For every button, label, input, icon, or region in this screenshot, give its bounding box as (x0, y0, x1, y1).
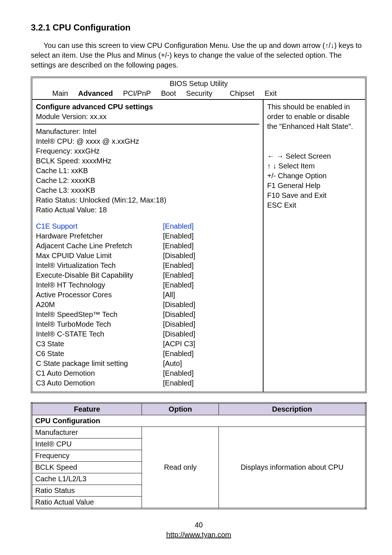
setting-value: [Enabled] (163, 368, 194, 378)
sysinfo-line: BCLK Speed: xxxxMHz (36, 156, 259, 166)
setting-row[interactable]: Execute-Disable Bit Capability[Enabled] (36, 270, 259, 280)
menu-boot[interactable]: Boot (161, 89, 176, 98)
setting-value: [Enabled] (163, 280, 194, 290)
table-cell-feature: Manufacturer (32, 427, 142, 438)
footer-link[interactable]: http://www.tyan.com (166, 531, 231, 539)
setting-label: Hardware Prefetcher (36, 231, 163, 241)
sysinfo-line: Ratio Status: Unlocked (Min:12, Max:18) (36, 195, 259, 205)
setting-label: C3 State (36, 339, 163, 349)
setting-value: [Enabled] (163, 349, 194, 359)
bios-menu-row: Main Advanced PCI/PnP Boot Security Chip… (32, 89, 365, 99)
setting-row[interactable]: Hardware Prefetcher[Enabled] (36, 231, 259, 241)
setting-value: [All] (163, 290, 175, 300)
intro-paragraph: You can use this screen to view CPU Conf… (31, 41, 367, 70)
menu-main[interactable]: Main (52, 89, 68, 98)
setting-value: [Disabled] (163, 310, 195, 319)
setting-row[interactable]: Intel® HT Technology[Enabled] (36, 280, 259, 290)
setting-row[interactable]: C State package limit setting[Auto] (36, 359, 259, 368)
menu-security[interactable]: Security (186, 89, 212, 98)
sysinfo-line: Manufacturer: Intel (36, 127, 259, 136)
setting-row[interactable]: Active Processor Cores[All] (36, 290, 259, 300)
sysinfo-line: Intel® CPU: @ xxxx @ x.xxGHz (36, 136, 259, 146)
nav-line: F10 Save and Exit (267, 191, 362, 200)
sysinfo-line: Cache L2: xxxxKB (36, 176, 259, 185)
setting-value: [Disabled] (163, 319, 195, 329)
setting-label: Max CPUID Value Limit (36, 251, 163, 261)
setting-row[interactable]: Intel® TurboMode Tech[Disabled] (36, 319, 259, 329)
sysinfo-line: Frequency: xxxGHz (36, 146, 259, 156)
menu-pcipnp[interactable]: PCI/PnP (123, 89, 151, 98)
setting-value: [Disabled] (163, 300, 195, 310)
setting-label: A20M (36, 300, 163, 310)
selected-value: [Enabled] (163, 221, 194, 231)
setting-value: [Disabled] (163, 329, 195, 339)
menu-chipset[interactable]: Chipset (230, 89, 254, 98)
setting-row[interactable]: C1 Auto Demotion[Enabled] (36, 368, 259, 378)
setting-value: [ACPI C3] (163, 339, 195, 349)
bios-left-pane: Configure advanced CPU settings Module V… (32, 100, 264, 392)
nav-line: ← → Select Screen (267, 151, 362, 161)
bios-title: BIOS Setup Utility (32, 78, 365, 89)
table-cell-feature: BCLK Speed (32, 462, 142, 473)
menu-exit[interactable]: Exit (265, 89, 277, 98)
table-cell-feature: Ratio Status (32, 485, 142, 497)
setting-label: C6 State (36, 349, 163, 359)
setting-label: Intel® C-STATE Tech (36, 329, 163, 339)
setting-value: [Enabled] (163, 231, 194, 241)
setting-row[interactable]: Intel® SpeedStep™ Tech[Disabled] (36, 310, 259, 319)
sysinfo-line: Cache L1: xxKB (36, 166, 259, 176)
nav-line: +/- Change Option (267, 171, 362, 181)
setting-label: C1 Auto Demotion (36, 368, 163, 378)
nav-help: ← → Select Screen ↑ ↓ Select Item +/- Ch… (267, 151, 362, 210)
setting-value: [Enabled] (163, 378, 194, 388)
section-heading: 3.2.1 CPU Configuration (31, 22, 367, 33)
setting-row[interactable]: C6 State[Enabled] (36, 349, 259, 359)
table-cell-feature: Cache L1/L2/L3 (32, 473, 142, 485)
sysinfo-line: Ratio Actual Value: 18 (36, 205, 259, 215)
nav-line: ESC Exit (267, 200, 362, 210)
feature-table: Feature Option Description CPU Configura… (31, 402, 367, 509)
setting-row[interactable]: A20M[Disabled] (36, 300, 259, 310)
selected-setting[interactable]: C1E Support [Enabled] (36, 221, 259, 231)
cpu-info-box: Manufacturer: Intel Intel® CPU: @ xxxx @… (36, 124, 259, 388)
setting-row[interactable]: Max CPUID Value Limit[Disabled] (36, 251, 259, 261)
setting-value: [Enabled] (163, 270, 194, 280)
setting-label: C3 Auto Demotion (36, 378, 163, 388)
table-subhead: CPU Configuration (32, 415, 366, 427)
bios-setup-box: BIOS Setup Utility Main Advanced PCI/PnP… (31, 77, 367, 393)
bios-right-pane: This should be enabled in order to enabl… (264, 100, 365, 392)
selected-label: C1E Support (36, 221, 163, 231)
setting-value: [Enabled] (163, 241, 194, 251)
setting-label: Intel® Virtualization Tech (36, 261, 163, 270)
table-cell-feature: Frequency (32, 450, 142, 462)
page-number: 40 (31, 520, 367, 530)
setting-row[interactable]: C3 State[ACPI C3] (36, 339, 259, 349)
nav-line: F1 General Help (267, 181, 362, 191)
setting-label: C State package limit setting (36, 359, 163, 368)
setting-row[interactable]: C3 Auto Demotion[Enabled] (36, 378, 259, 388)
col-option: Option (142, 403, 219, 415)
table-cell-option: Read only (142, 427, 219, 509)
setting-value: [Auto] (163, 359, 182, 368)
configure-title: Configure advanced CPU settings (36, 102, 259, 112)
setting-label: Intel® TurboMode Tech (36, 319, 163, 329)
menu-advanced[interactable]: Advanced (78, 89, 113, 98)
setting-label: Execute-Disable Bit Capability (36, 270, 163, 280)
setting-label: Intel® SpeedStep™ Tech (36, 310, 163, 319)
col-feature: Feature (32, 403, 142, 415)
col-description: Description (219, 403, 366, 415)
setting-value: [Enabled] (163, 261, 194, 270)
sysinfo-line: Cache L3: xxxxKB (36, 185, 259, 195)
setting-row[interactable]: Intel® Virtualization Tech[Enabled] (36, 261, 259, 270)
setting-row[interactable]: Adjacent Cache Line Prefetch[Enabled] (36, 241, 259, 251)
setting-label: Adjacent Cache Line Prefetch (36, 241, 163, 251)
setting-label: Intel® HT Technology (36, 280, 163, 290)
page-footer: 40 http://www.tyan.com (31, 520, 367, 540)
nav-line: ↑ ↓ Select Item (267, 161, 362, 171)
setting-value: [Disabled] (163, 251, 195, 261)
setting-label: Active Processor Cores (36, 290, 163, 300)
setting-row[interactable]: Intel® C-STATE Tech[Disabled] (36, 329, 259, 339)
table-cell-feature: Intel® CPU (32, 438, 142, 450)
table-cell-feature: Ratio Actual Value (32, 497, 142, 509)
context-help: This should be enabled in order to enabl… (267, 102, 362, 131)
